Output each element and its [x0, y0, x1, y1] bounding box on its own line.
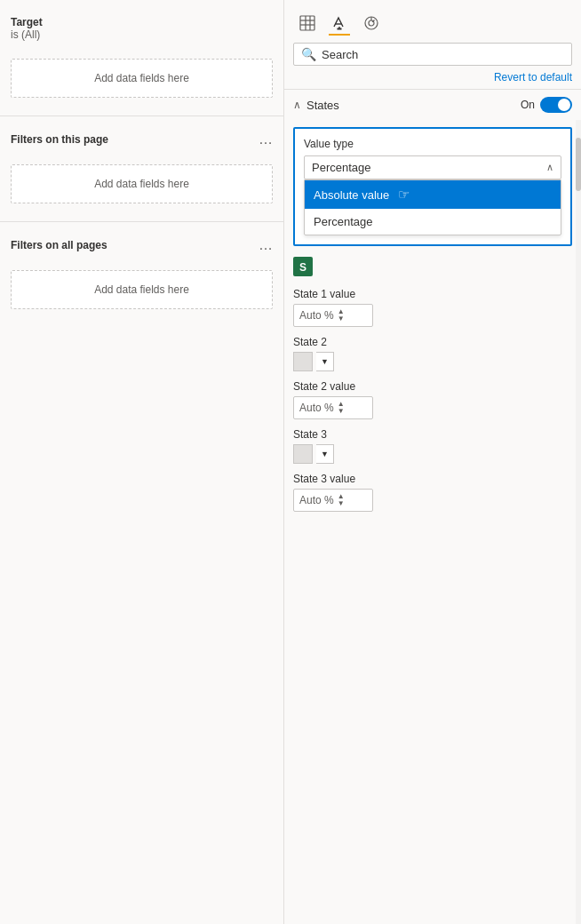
toggle-container: On: [521, 97, 572, 113]
svg-rect-0: [300, 16, 314, 30]
target-value: is (All): [11, 28, 273, 41]
filters-on-page-header: Filters on this page …: [0, 123, 283, 150]
filters-all-pages-section: Filters on all pages … Add data fields h…: [0, 229, 283, 320]
analytics-icon: [363, 15, 379, 31]
table-icon-button[interactable]: [293, 11, 322, 36]
state1-value-input[interactable]: Auto % ▲ ▼: [293, 304, 373, 327]
svg-text:S: S: [299, 261, 306, 274]
scrollbar-thumb[interactable]: [576, 138, 581, 191]
filters-all-pages-drop: Add data fields here: [0, 256, 283, 320]
state3-label: State 3: [293, 428, 572, 441]
states-label: States: [306, 99, 339, 112]
state2-color-row: ▼: [293, 352, 572, 371]
value-type-select[interactable]: Percentage ∧: [304, 155, 561, 179]
state2-value-label: State 2 value: [293, 380, 572, 393]
state3-value-text: Auto %: [299, 494, 334, 506]
state3-color-dropdown[interactable]: ▼: [316, 444, 334, 464]
cursor-icon: ☞: [398, 187, 410, 203]
state1-value-row: State 1 value Auto % ▲ ▼: [293, 288, 572, 327]
target-section: Target is (All): [0, 9, 283, 44]
state1-value-text: Auto %: [299, 309, 334, 322]
state1-value-input-row: Auto % ▲ ▼: [293, 304, 572, 327]
states-toggle[interactable]: [540, 97, 572, 113]
analytics-icon-button[interactable]: [357, 11, 386, 36]
first-drop-zone[interactable]: Add data fields here: [11, 59, 273, 98]
state1-spinners: ▲ ▼: [338, 308, 345, 323]
value-type-dropdown-menu: Absolute value ☞ Percentage: [304, 179, 561, 235]
dropdown-item-percentage[interactable]: Percentage: [305, 209, 561, 235]
paint-icon: [331, 15, 347, 31]
state3-spinners: ▲ ▼: [338, 493, 345, 507]
search-input[interactable]: [322, 48, 564, 61]
state1-spin-down[interactable]: ▼: [338, 315, 345, 323]
filters-all-pages-title: Filters on all pages: [11, 239, 107, 251]
state2-value-text: Auto %: [299, 402, 334, 414]
right-panel: 🔍 Revert to default ∧ States On Value ty…: [284, 0, 581, 924]
toolbar-icons: [293, 7, 572, 43]
paint-icon-button[interactable]: [325, 11, 354, 36]
first-drop-zone-section: Add data fields here: [0, 44, 283, 108]
state3-spin-down[interactable]: ▼: [338, 500, 345, 507]
states-header: ∧ States On: [284, 89, 581, 120]
revert-link[interactable]: Revert to default: [293, 69, 572, 89]
state2-color-dropdown[interactable]: ▼: [316, 352, 334, 371]
search-box[interactable]: 🔍: [293, 43, 572, 66]
table-icon: [299, 15, 315, 31]
svg-rect-6: [338, 28, 342, 30]
filters-all-pages-menu[interactable]: …: [259, 238, 273, 252]
dropdown-item-percentage-label: Percentage: [314, 215, 373, 228]
filters-on-page-title: Filters on this page: [11, 133, 108, 146]
scrollbar-track: [576, 120, 581, 924]
states-title-group: ∧ States: [293, 99, 339, 112]
state3-value-input[interactable]: Auto % ▲ ▼: [293, 489, 373, 512]
filters-all-pages-dropzone[interactable]: Add data fields here: [11, 270, 273, 309]
dropdown-chevron-icon: ∧: [546, 162, 553, 173]
state3-color-row: ▼: [293, 444, 572, 464]
filters-all-pages-header: Filters on all pages …: [0, 229, 283, 256]
state3-color-swatch[interactable]: [293, 444, 313, 464]
filters-on-page-drop: Add data fields here: [0, 150, 283, 214]
state2-spinners: ▲ ▼: [338, 401, 345, 415]
filters-on-page-menu[interactable]: …: [259, 132, 273, 147]
dropdown-item-absolute[interactable]: Absolute value ☞: [305, 180, 561, 209]
state1-value-label: State 1 value: [293, 288, 572, 300]
states-content: Value type Percentage ∧ Absolute value ☞…: [284, 120, 581, 924]
state3-value-label: State 3 value: [293, 473, 572, 485]
state2-label: State 2: [293, 336, 572, 348]
state-indicator-icon: S: [293, 257, 313, 276]
state2-value-row: State 2 value Auto % ▲ ▼: [293, 380, 572, 419]
state3-value-row: State 3 value Auto % ▲ ▼: [293, 473, 572, 512]
state3-value-input-row: Auto % ▲ ▼: [293, 489, 572, 512]
state2-spin-down[interactable]: ▼: [338, 408, 345, 415]
value-type-current: Percentage: [312, 161, 371, 174]
left-panel: Target is (All) Add data fields here Fil…: [0, 0, 284, 924]
right-panel-top: 🔍 Revert to default: [284, 0, 581, 89]
state2-row: State 2 ▼: [293, 336, 572, 371]
state3-row: State 3 ▼: [293, 428, 572, 464]
state2-value-input[interactable]: Auto % ▲ ▼: [293, 396, 373, 419]
divider-1: [0, 116, 283, 116]
state2-value-input-row: Auto % ▲ ▼: [293, 396, 572, 419]
state-icon-placeholder: S: [293, 257, 572, 279]
toggle-label: On: [521, 99, 535, 111]
target-label: Target: [11, 16, 273, 28]
filters-on-page-dropzone[interactable]: Add data fields here: [11, 164, 273, 203]
divider-2: [0, 221, 283, 222]
value-type-label: Value type: [304, 138, 561, 150]
dropdown-item-absolute-label: Absolute value: [314, 188, 389, 202]
filters-on-page-section: Filters on this page … Add data fields h…: [0, 123, 283, 214]
search-icon: 🔍: [301, 47, 316, 61]
value-type-card: Value type Percentage ∧ Absolute value ☞…: [293, 127, 572, 246]
states-chevron-icon[interactable]: ∧: [293, 99, 301, 111]
state2-color-swatch[interactable]: [293, 352, 313, 371]
